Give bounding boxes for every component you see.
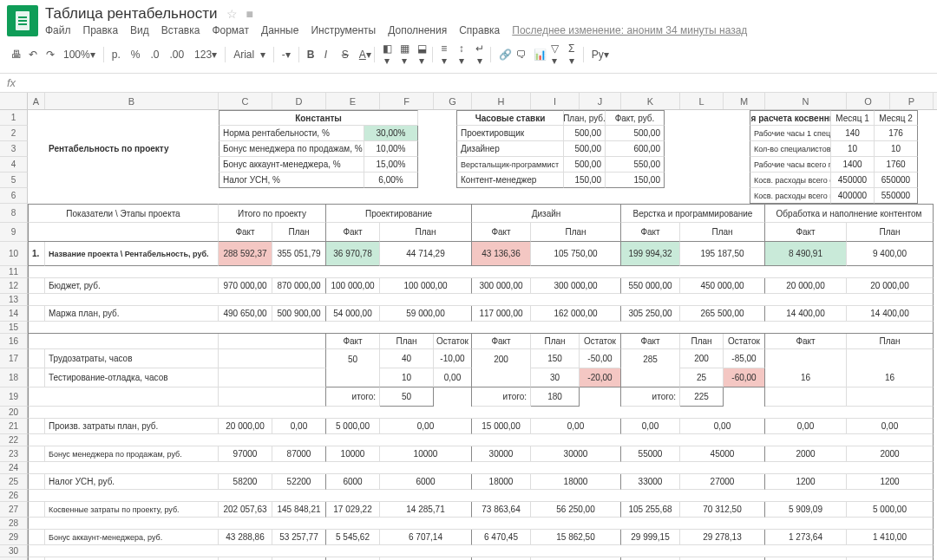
cell[interactable] bbox=[28, 266, 934, 278]
cell[interactable]: План bbox=[531, 223, 621, 242]
cell[interactable]: План bbox=[272, 223, 326, 242]
cell[interactable] bbox=[665, 141, 750, 157]
row-hdr[interactable]: 16 bbox=[0, 334, 28, 349]
row-hdr[interactable]: 11 bbox=[0, 266, 28, 278]
cell[interactable] bbox=[219, 188, 418, 204]
cell[interactable] bbox=[28, 530, 45, 545]
cell[interactable]: Бонус аккаунт-менеджера, % bbox=[219, 157, 364, 173]
cell[interactable]: 199 994,32 bbox=[621, 242, 680, 266]
cell[interactable]: Факт bbox=[472, 334, 531, 349]
cell[interactable] bbox=[28, 110, 45, 126]
col-C[interactable]: C bbox=[219, 93, 272, 109]
cell[interactable]: 43 136,36 bbox=[472, 242, 531, 266]
menu-tools[interactable]: Инструменты bbox=[311, 24, 376, 36]
zoom-select[interactable]: 100% ▾ bbox=[59, 46, 100, 63]
row-hdr[interactable]: 25 bbox=[0, 474, 28, 490]
cell[interactable]: 500,00 bbox=[606, 126, 665, 141]
cell[interactable]: Бонус аккаунт-менеджера, руб. bbox=[45, 530, 219, 545]
cell[interactable]: Итого по проекту bbox=[219, 204, 326, 223]
col-I[interactable]: I bbox=[531, 93, 580, 109]
cell[interactable]: 176 bbox=[875, 126, 918, 141]
cell[interactable] bbox=[765, 349, 847, 368]
menu-view[interactable]: Вид bbox=[130, 24, 149, 36]
cell[interactable]: Константы bbox=[219, 110, 418, 126]
cell[interactable]: Налог УСН, руб. bbox=[45, 474, 219, 490]
cell[interactable] bbox=[418, 110, 456, 126]
filter-btn[interactable]: ▽ ▾ bbox=[547, 40, 562, 69]
font-select[interactable]: Arial ▾ bbox=[229, 46, 270, 63]
cell[interactable]: 30,00% bbox=[364, 126, 418, 141]
cell[interactable]: 105 750,00 bbox=[531, 242, 621, 266]
col-P[interactable]: P bbox=[890, 93, 934, 109]
bold-btn[interactable]: B bbox=[303, 46, 318, 63]
cell[interactable] bbox=[472, 368, 531, 387]
cell[interactable] bbox=[665, 126, 750, 141]
cell[interactable]: Бонус менеджера по продажам, руб. bbox=[45, 446, 219, 462]
cell[interactable]: 33000 bbox=[621, 474, 680, 490]
cell[interactable] bbox=[418, 126, 456, 141]
row-hdr[interactable]: 1 bbox=[0, 110, 28, 126]
italic-btn[interactable]: I bbox=[320, 46, 336, 63]
cell[interactable]: 59 000,00 bbox=[380, 306, 472, 322]
cell[interactable]: Для расчета косвенных bbox=[750, 110, 831, 126]
cell[interactable]: 0,00 bbox=[621, 419, 680, 434]
cell[interactable]: 0,00 bbox=[380, 419, 472, 434]
cell[interactable]: 150,00 bbox=[564, 173, 606, 188]
menu-data[interactable]: Данные bbox=[261, 24, 298, 36]
cell[interactable]: Рентабельность по проекту bbox=[45, 141, 219, 157]
cell[interactable]: Верстальщик-программист bbox=[456, 157, 564, 173]
cell[interactable]: 550000 bbox=[875, 188, 918, 204]
cell[interactable]: План bbox=[380, 223, 472, 242]
cell[interactable] bbox=[326, 368, 380, 387]
cell[interactable]: -10,00 bbox=[434, 349, 472, 368]
font-size[interactable]: - ▾ bbox=[278, 46, 295, 63]
cell[interactable]: 285 bbox=[621, 349, 680, 368]
cell[interactable]: 14 400,00 bbox=[847, 306, 934, 322]
cell[interactable]: 10 bbox=[831, 141, 875, 157]
cell[interactable]: 20 000,00 bbox=[219, 419, 272, 434]
cell[interactable] bbox=[847, 349, 934, 368]
cell[interactable] bbox=[28, 188, 219, 204]
cell[interactable]: Проектировщик bbox=[456, 126, 564, 141]
cell[interactable] bbox=[28, 518, 934, 530]
cell[interactable] bbox=[219, 334, 326, 349]
cell[interactable]: 43 288,86 bbox=[219, 530, 272, 545]
cell[interactable]: Факт bbox=[326, 334, 380, 349]
cell[interactable] bbox=[28, 173, 219, 188]
cell[interactable] bbox=[28, 490, 934, 502]
cell[interactable]: 6 470,45 bbox=[472, 530, 531, 545]
cell[interactable]: Факт bbox=[621, 223, 680, 242]
wrap-btn[interactable]: ↵ ▾ bbox=[471, 40, 487, 69]
cell[interactable]: 200 bbox=[472, 349, 531, 368]
row-hdr[interactable]: 18 bbox=[0, 368, 28, 387]
cell[interactable]: План bbox=[680, 334, 724, 349]
cell[interactable]: План bbox=[680, 223, 765, 242]
cell[interactable]: 87000 bbox=[272, 446, 326, 462]
cell[interactable]: 6,00% bbox=[364, 173, 418, 188]
cell[interactable]: 16 bbox=[765, 368, 847, 387]
cell[interactable]: 600,00 bbox=[606, 141, 665, 157]
cell[interactable]: 5 000,00 bbox=[326, 419, 380, 434]
cell[interactable]: 6000 bbox=[326, 474, 380, 490]
cell[interactable]: Обработка и наполнение контентом bbox=[765, 204, 934, 223]
cell[interactable] bbox=[28, 278, 45, 294]
cell[interactable]: Маржа план, руб. bbox=[45, 306, 219, 322]
cell[interactable]: 17 029,22 bbox=[326, 502, 380, 518]
cell[interactable] bbox=[418, 141, 456, 157]
cell[interactable]: 10 bbox=[875, 141, 918, 157]
cell[interactable]: 450 000,00 bbox=[680, 278, 765, 294]
cell[interactable]: 140 bbox=[831, 126, 875, 141]
cell[interactable]: 550,00 bbox=[606, 157, 665, 173]
cell[interactable] bbox=[28, 545, 934, 557]
row-hdr[interactable]: 15 bbox=[0, 322, 28, 334]
row-hdr[interactable]: 24 bbox=[0, 462, 28, 474]
cell[interactable]: План bbox=[531, 334, 580, 349]
cell[interactable]: 14 285,71 bbox=[380, 502, 472, 518]
col-L[interactable]: L bbox=[680, 93, 724, 109]
col-E[interactable]: E bbox=[326, 93, 380, 109]
cell[interactable]: Налог УСН, % bbox=[219, 173, 364, 188]
cell[interactable]: Трудозатраты, часов bbox=[45, 349, 219, 368]
cell[interactable]: 970 000,00 bbox=[219, 278, 272, 294]
cell[interactable]: 100 000,00 bbox=[326, 278, 380, 294]
cell[interactable]: 500,00 bbox=[564, 141, 606, 157]
